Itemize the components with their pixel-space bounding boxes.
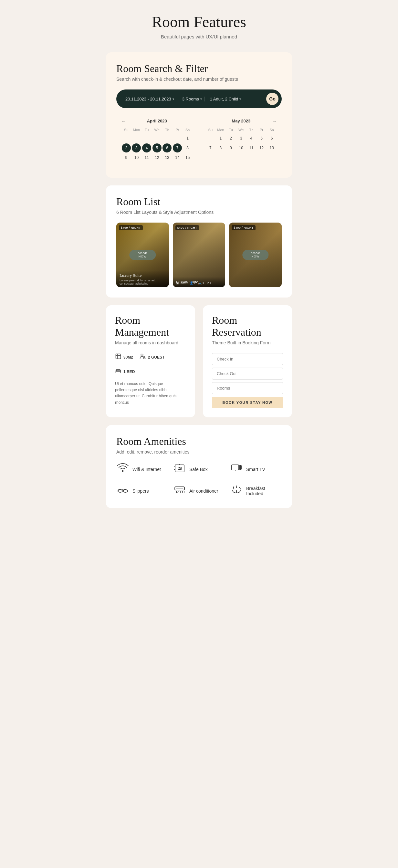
room-card-3[interactable]: $499 / NIGHT BOOK NOW xyxy=(229,223,282,287)
day-label-th2: Th xyxy=(246,127,256,133)
management-subtitle: Manage all rooms in dashboard xyxy=(115,340,186,345)
april-day-9[interactable]: 9 xyxy=(122,153,131,162)
may-day-3[interactable]: 3 xyxy=(237,134,246,143)
date-range-segment[interactable]: 20.11.2023 - 20.11.2023 ▾ xyxy=(123,97,177,101)
guests-value: 1 Adult, 2 Child xyxy=(210,97,238,101)
check-in-field[interactable] xyxy=(212,353,283,365)
next-month-button[interactable]: → xyxy=(272,119,277,124)
safe-label: Safe Box xyxy=(189,467,208,472)
april-day-3[interactable]: 3 xyxy=(132,144,141,153)
april-day-5[interactable]: 5 xyxy=(152,144,161,153)
amenity-breakfast: Breakfast Included xyxy=(230,484,282,498)
svg-line-23 xyxy=(182,491,183,493)
day-label-su2: Su xyxy=(206,127,215,133)
stat-guests-label: 2 GUEST xyxy=(148,355,164,360)
april-day-10[interactable]: 10 xyxy=(132,153,141,162)
rooms-segment[interactable]: 3 Rooms ▾ xyxy=(180,97,205,101)
april-day-12[interactable]: 12 xyxy=(152,153,161,162)
book-now-button-3[interactable]: BOOK NOW xyxy=(242,250,269,260)
room-list-grid: $499 / NIGHT BOOK NOW Luxury Suite Lorem… xyxy=(116,223,282,287)
check-out-field[interactable] xyxy=(212,368,283,379)
search-section-subtitle: Search with check-in & checkout date, an… xyxy=(116,76,282,82)
wifi-label: Wifi & Internet xyxy=(132,467,161,472)
slippers-label: Slippers xyxy=(132,489,149,494)
may-calendar: May 2023 → Su Mon Tu We Th Pr Sa 1 2 3 4… xyxy=(206,119,277,162)
april-day-7[interactable]: 7 xyxy=(173,144,182,153)
april-day-4[interactable]: 4 xyxy=(142,144,151,153)
tv-icon xyxy=(230,462,243,476)
prev-month-button[interactable]: ← xyxy=(121,119,126,124)
may-grid: Su Mon Tu We Th Pr Sa 1 2 3 4 5 6 7 8 9 … xyxy=(206,127,277,153)
reservation-subtitle: Theme Built-in Booking Form xyxy=(212,340,283,345)
page-title: Room Features xyxy=(106,13,292,31)
room-management-card: Room Management Manage all rooms in dash… xyxy=(106,305,195,417)
may-day-11[interactable]: 11 xyxy=(247,144,256,153)
room-2-size: ▣ 30M2 xyxy=(176,281,187,285)
day-label-su1: Su xyxy=(121,127,131,133)
room-card-2-label: Luxury Suite ▣ 30M2 👤 2 🛌 1 ⚲ 1 xyxy=(173,277,225,287)
svg-rect-10 xyxy=(232,465,239,470)
search-bar[interactable]: 20.11.2023 - 20.11.2023 ▾ 3 Rooms ▾ 1 Ad… xyxy=(116,90,282,108)
room-2-beds: 🛌 1 xyxy=(198,281,204,285)
day-label-we1: We xyxy=(152,127,162,133)
room-card-1[interactable]: $499 / NIGHT BOOK NOW Luxury Suite Lorem… xyxy=(116,223,169,287)
reservation-title: Room Reservation xyxy=(212,314,283,338)
may-day-4[interactable]: 4 xyxy=(247,134,256,143)
room-list-section: Room List 6 Room List Layouts & Style Ad… xyxy=(106,185,292,298)
may-day-6[interactable]: 6 xyxy=(267,134,276,143)
april-day-8[interactable]: 8 xyxy=(183,144,192,153)
reservation-form: BOOK YOUR STAY NOW xyxy=(212,353,283,408)
guests-segment[interactable]: 1 Adult, 2 Child ▾ xyxy=(207,97,244,101)
day-label-mo1: Mon xyxy=(132,127,142,133)
book-now-submit[interactable]: BOOK YOUR STAY NOW xyxy=(212,397,283,408)
may-day-12[interactable]: 12 xyxy=(257,144,266,153)
day-label-mo2: Mon xyxy=(216,127,225,133)
room-2-baths: ⚲ 1 xyxy=(207,281,212,285)
room-card-2-info: ▣ 30M2 👤 2 🛌 1 ⚲ 1 xyxy=(176,281,222,285)
svg-rect-19 xyxy=(175,487,184,490)
april-day-1[interactable]: 1 xyxy=(183,134,192,143)
room-2-guests: 👤 2 xyxy=(190,281,196,285)
april-day-14[interactable]: 14 xyxy=(173,153,182,162)
svg-rect-0 xyxy=(116,354,121,359)
may-day-2[interactable]: 2 xyxy=(226,134,236,143)
room-card-2[interactable]: $499 / NIGHT Luxury Suite ▣ 30M2 👤 2 🛌 1… xyxy=(173,223,225,287)
search-go-button[interactable]: Go xyxy=(266,93,278,105)
may-day-10[interactable]: 10 xyxy=(237,144,246,153)
day-label-tu1: Tu xyxy=(142,127,152,133)
april-day-11[interactable]: 11 xyxy=(142,153,151,162)
day-label-pr2: Pr xyxy=(257,127,267,133)
stat-area-label: 30M2 xyxy=(123,355,133,360)
may-day-8[interactable]: 8 xyxy=(216,144,225,153)
amenities-section: Room Amenities Add, edit, remove, reorde… xyxy=(106,425,292,508)
amenities-subtitle: Add, edit, remove, reorder amenities xyxy=(116,450,282,455)
reservation-card: Room Reservation Theme Built-in Booking … xyxy=(203,305,292,417)
may-day-13[interactable]: 13 xyxy=(267,144,276,153)
april-day-2[interactable]: 2 xyxy=(122,144,131,153)
may-day-1[interactable]: 1 xyxy=(216,134,225,143)
april-day-15[interactable]: 15 xyxy=(183,153,192,162)
room-card-1-label: Luxury Suite Lorem ipsum dolor sit amet,… xyxy=(116,270,169,287)
april-day-6[interactable]: 6 xyxy=(162,144,172,153)
guests-chevron: ▾ xyxy=(239,97,241,101)
may-day-7[interactable]: 7 xyxy=(206,144,215,153)
amenity-safe: Safe Box xyxy=(173,462,225,476)
guest-icon xyxy=(140,353,146,361)
room-card-3-price: $499 / NIGHT xyxy=(232,225,255,230)
breakfast-icon xyxy=(230,484,243,498)
room-card-1-desc: Lorem ipsum dolor sit amet, consectetur … xyxy=(120,279,166,285)
may-day-5[interactable]: 5 xyxy=(257,134,266,143)
room-list-title: Room List xyxy=(116,196,282,208)
stat-bed: 1 BED xyxy=(115,368,135,376)
rooms-field[interactable] xyxy=(212,382,283,394)
day-label-tu2: Tu xyxy=(226,127,236,133)
svg-line-21 xyxy=(178,491,178,493)
april-day-13[interactable]: 13 xyxy=(162,153,172,162)
may-day-9[interactable]: 9 xyxy=(226,144,236,153)
room-search-section: Room Search & Filter Search with check-i… xyxy=(106,52,292,178)
date-range-chevron: ▾ xyxy=(173,97,174,101)
slippers-icon xyxy=(116,484,129,498)
book-now-button-1[interactable]: BOOK NOW xyxy=(129,250,156,260)
svg-point-3 xyxy=(122,471,123,472)
day-label-we2: We xyxy=(236,127,246,133)
